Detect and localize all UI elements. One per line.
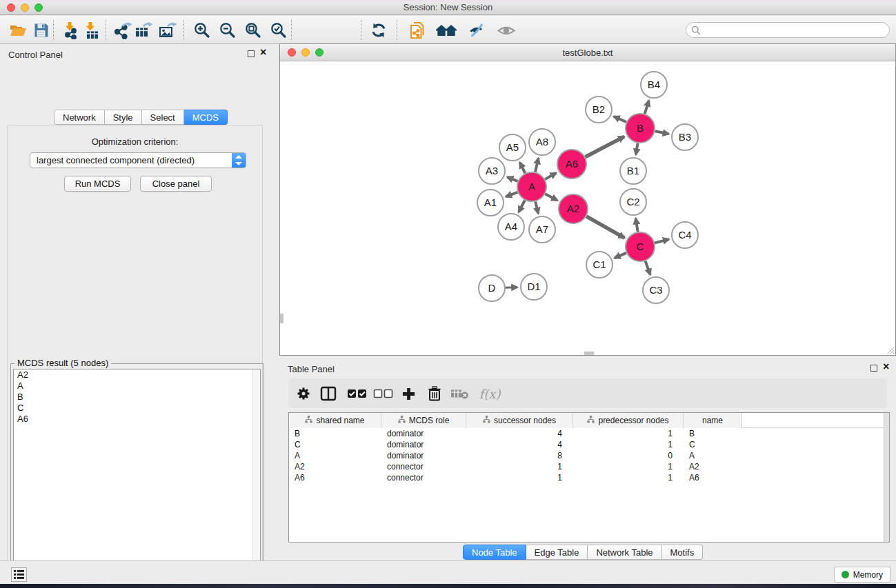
search-box[interactable] <box>686 22 890 38</box>
node-A[interactable]: A <box>517 172 546 201</box>
float-table-panel-icon[interactable] <box>870 365 877 372</box>
network-document-icon[interactable] <box>406 20 428 41</box>
edge-A-A1[interactable] <box>506 192 517 197</box>
tab-network-table[interactable]: Network Table <box>588 545 661 560</box>
show-graphics-details-icon[interactable] <box>495 20 517 41</box>
table-cell[interactable]: A6 <box>289 472 381 483</box>
network-canvas[interactable]: B4B2BB3B1A5A8A6A3AA1A2C2A4A7C4CC1C3DD1 <box>280 61 895 355</box>
run-mcds-button[interactable]: Run MCDS <box>64 176 131 192</box>
edge-A6-B[interactable] <box>585 136 624 157</box>
criterion-dropdown[interactable]: largest connected component (directed) <box>30 152 246 168</box>
table-cell[interactable]: A2 <box>684 461 742 472</box>
network-minimize-button[interactable] <box>301 48 310 57</box>
tab-select[interactable]: Select <box>142 110 184 125</box>
vertical-scroll-indicator[interactable] <box>280 314 283 323</box>
edge-B-B2[interactable] <box>614 116 626 122</box>
table-row[interactable]: Adominator80A <box>289 450 889 461</box>
delete-table-icon[interactable] <box>449 383 470 404</box>
table-cell[interactable]: 4 <box>466 428 573 439</box>
zoom-fit-icon[interactable] <box>242 20 264 41</box>
table-cell[interactable]: 1 <box>573 472 684 483</box>
delete-column-trash-icon[interactable] <box>424 383 445 404</box>
table-cell[interactable]: dominator <box>381 450 466 461</box>
table-cell[interactable]: 0 <box>573 450 684 461</box>
edge-A-A4[interactable] <box>519 201 525 212</box>
export-image-icon[interactable] <box>157 20 179 41</box>
edge-C-C1[interactable] <box>615 253 626 258</box>
select-all-icon[interactable] <box>345 383 370 404</box>
table-cell[interactable]: A2 <box>289 461 381 472</box>
node-C4[interactable]: C4 <box>672 222 698 248</box>
edge-A-A7[interactable] <box>535 201 538 213</box>
edge-A-A2[interactable] <box>545 194 557 200</box>
close-panel-button[interactable]: Close panel <box>140 176 212 192</box>
edge-A2-C[interactable] <box>586 216 624 238</box>
network-close-button[interactable] <box>288 48 296 57</box>
tab-motifs[interactable]: Motifs <box>662 545 704 560</box>
table-cell[interactable]: 1 <box>573 439 684 450</box>
table-scrollbar[interactable] <box>884 413 889 542</box>
node-B[interactable]: B <box>626 114 655 143</box>
zoom-out-icon[interactable] <box>217 20 239 41</box>
export-table-icon[interactable] <box>132 20 155 41</box>
table-cell[interactable]: A <box>684 450 742 461</box>
table-cell[interactable]: 8 <box>466 450 573 461</box>
table-cell[interactable]: B <box>684 428 742 439</box>
export-network-icon[interactable] <box>112 20 134 41</box>
minimize-window-button[interactable] <box>21 3 29 12</box>
edge-C-C4[interactable] <box>655 239 668 243</box>
horizontal-scroll-indicator[interactable] <box>584 352 594 355</box>
table-row[interactable]: A2connector11A2 <box>289 461 889 472</box>
node-A7[interactable]: A7 <box>529 216 555 243</box>
table-cell[interactable]: 1 <box>573 428 684 439</box>
tab-edge-table[interactable]: Edge Table <box>526 545 588 560</box>
table-settings-gear-icon[interactable] <box>293 383 314 404</box>
node-D[interactable]: D <box>479 275 505 301</box>
node-B2[interactable]: B2 <box>586 97 612 123</box>
table-cell[interactable]: 1 <box>466 461 573 472</box>
table-cell[interactable]: 4 <box>466 439 573 450</box>
search-input[interactable] <box>701 25 889 35</box>
node-A8[interactable]: A8 <box>529 129 555 155</box>
column-header-shared-name[interactable]: shared name <box>289 413 381 428</box>
tab-node-table[interactable]: Node Table <box>463 545 526 560</box>
column-header-predecessor-nodes[interactable]: predecessor nodes <box>573 413 684 428</box>
function-builder-icon[interactable]: f(x) <box>476 383 504 404</box>
apply-layout-icon[interactable] <box>368 20 390 41</box>
zoom-window-button[interactable] <box>34 3 43 12</box>
table-cell[interactable]: connector <box>381 472 466 483</box>
hide-graphics-details-icon[interactable] <box>466 20 488 41</box>
zoom-in-icon[interactable] <box>191 20 213 41</box>
zoom-selected-icon[interactable] <box>268 20 290 41</box>
edge-B-B1[interactable] <box>636 143 638 155</box>
edge-C-C2[interactable] <box>636 219 638 232</box>
node-C[interactable]: C <box>626 232 655 261</box>
float-panel-icon[interactable] <box>248 50 255 57</box>
node-A4[interactable]: A4 <box>498 214 524 240</box>
task-history-button[interactable] <box>11 567 27 582</box>
network-zoom-button[interactable] <box>315 48 323 57</box>
tab-style[interactable]: Style <box>105 110 142 125</box>
resize-grip-icon[interactable] <box>886 345 895 354</box>
edge-A-A3[interactable] <box>507 177 517 181</box>
close-panel-icon[interactable]: × <box>260 46 266 59</box>
table-cell[interactable]: C <box>289 439 381 450</box>
edge-A-A6[interactable] <box>545 173 556 179</box>
node-C1[interactable]: C1 <box>586 252 613 278</box>
edge-B-B4[interactable] <box>645 101 649 114</box>
node-A3[interactable]: A3 <box>479 158 505 184</box>
table-cell[interactable]: C <box>684 439 742 450</box>
save-session-icon[interactable] <box>30 20 52 41</box>
table-cell[interactable]: dominator <box>381 439 466 450</box>
tab-network[interactable]: Network <box>54 110 105 125</box>
show-columns-icon[interactable] <box>318 383 339 404</box>
node-A1[interactable]: A1 <box>477 190 504 216</box>
node-A5[interactable]: A5 <box>499 134 526 161</box>
node-B4[interactable]: B4 <box>641 72 667 98</box>
node-A2[interactable]: A2 <box>559 194 588 223</box>
node-C2[interactable]: C2 <box>620 189 646 215</box>
node-A6[interactable]: A6 <box>557 150 586 179</box>
column-header-name[interactable]: name <box>684 413 742 428</box>
close-table-panel-icon[interactable]: × <box>883 361 889 373</box>
table-row[interactable]: A6connector11A6 <box>289 472 889 483</box>
